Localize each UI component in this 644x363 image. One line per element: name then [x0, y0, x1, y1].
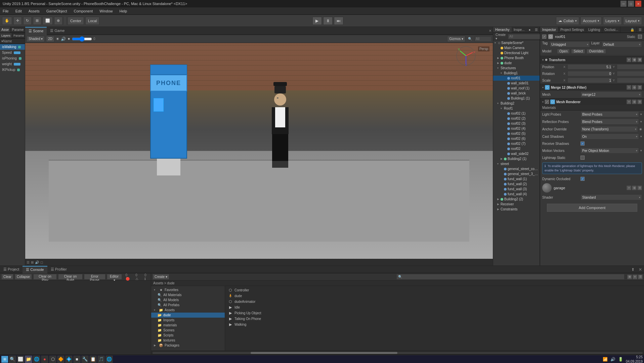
tool-hand[interactable]: ✋ — [2, 17, 12, 25]
mesh-dropdown[interactable]: merge12 — [581, 91, 642, 97]
left-tab-asse[interactable]: Asse — [0, 27, 10, 33]
occlusion-tab[interactable]: Occlusi... — [602, 27, 620, 33]
all-materials-item[interactable]: 🔍 All Materials — [151, 292, 225, 297]
mat-icon-2[interactable]: ⚙ — [632, 186, 637, 190]
file-talkingphone[interactable]: ▶ Talking On Phone — [226, 316, 643, 322]
volume-icon[interactable]: 🔊 — [610, 357, 615, 362]
select-button[interactable]: Select — [571, 49, 585, 54]
object-active-checkbox[interactable]: ✓ — [542, 35, 546, 39]
collab-dropdown[interactable]: ☁ Collab — [556, 17, 579, 25]
mat-icon-3[interactable]: ☰ — [637, 186, 642, 190]
tool-rect[interactable]: ⬜ — [43, 17, 53, 25]
search-taskbar-icon[interactable]: 🔍 — [9, 356, 16, 363]
profiler-btab[interactable]: ☰ Profiler — [47, 266, 70, 273]
lightmap-static-checkbox[interactable] — [581, 156, 585, 160]
add-component-button[interactable]: Add Component — [547, 204, 637, 212]
mesh-renderer-checkbox[interactable]: ✓ — [545, 100, 549, 104]
app-icon-1[interactable]: 🔧 — [81, 356, 89, 363]
gizmos-dropdown[interactable]: Gizmos ▾ — [447, 36, 465, 42]
layer-dropdown[interactable]: Default — [602, 41, 642, 47]
scene-scale-slider[interactable] — [72, 37, 92, 41]
h-item-building2-2[interactable]: ▶ Building2 (2) — [493, 197, 540, 202]
app-icon-3[interactable]: 🎵 — [97, 356, 105, 363]
create-btn[interactable]: Create ▾ — [495, 33, 507, 41]
file-dude[interactable]: 🧍 dude — [226, 293, 643, 299]
hierarchy-lock[interactable]: ● — [527, 27, 533, 33]
account-dropdown[interactable]: Account — [581, 17, 602, 25]
param-ikpickup[interactable]: IKPickup — [0, 67, 25, 73]
center-button[interactable]: Center — [68, 17, 84, 25]
inspector-lock[interactable]: 🔒 — [628, 27, 637, 33]
materials-folder[interactable]: 📁 materials — [151, 323, 225, 328]
transform-icon-2[interactable]: ⚙ — [632, 57, 637, 62]
scene-tab[interactable]: ☰ Scene — [25, 27, 47, 35]
all-models-item[interactable]: 🔍 All Models — [151, 297, 225, 302]
menu-window[interactable]: Window — [98, 8, 114, 14]
h-item-building2-1[interactable]: ▶ Building2 (1) — [493, 156, 540, 161]
app-icon-2[interactable]: 📋 — [89, 356, 97, 363]
clear-play-btn[interactable]: Clear on Play — [33, 274, 57, 280]
packages-header[interactable]: ▶ 📦 Packages — [151, 343, 225, 348]
reflection-probes-dropdown[interactable]: Blend Probes — [581, 119, 639, 125]
mf-icon-2[interactable]: ⚙ — [632, 85, 637, 90]
h-item-building1-1[interactable]: Building1 (1) — [493, 96, 540, 101]
scene-close[interactable]: ✕ — [487, 29, 493, 33]
h-item-fundwall2[interactable]: fund_wall (2) — [493, 182, 540, 187]
open-button[interactable]: Open — [557, 49, 570, 54]
h-item-roof01[interactable]: roof01 — [493, 76, 540, 81]
mf-icon-1[interactable]: ? — [627, 85, 631, 90]
motion-vectors-dropdown[interactable]: Per Object Motion — [581, 148, 639, 154]
all-prefabs-item[interactable]: 🔍 All Prefabs — [151, 302, 225, 308]
mat-icon-1[interactable]: ? — [627, 186, 631, 190]
h-item-roof02-3[interactable]: roof02 (3) — [493, 121, 540, 126]
tag-dropdown[interactable]: Untagged — [550, 41, 590, 47]
file-idle[interactable]: ▶ Idle — [226, 305, 643, 310]
anchor-override-dropdown[interactable]: None (Transform) — [581, 126, 638, 132]
start-button[interactable]: ⊞ — [1, 356, 8, 363]
light-probes-dropdown[interactable]: Blend Probes — [581, 111, 639, 117]
param-weight[interactable]: weight — [0, 61, 25, 67]
bottom-expand[interactable]: ⬆ — [629, 267, 637, 272]
h-item-fundwall1[interactable]: fund_wall (1) — [493, 176, 540, 182]
dynamic-occluded-checkbox[interactable]: ✓ — [581, 177, 585, 181]
h-item-roof02-7[interactable]: roof02 (7) — [493, 141, 540, 146]
local-button[interactable]: Local — [85, 17, 99, 25]
clear-btn[interactable]: Clear — [1, 274, 13, 280]
h-item-phonebooth[interactable]: ▶ Phone Booth — [493, 55, 540, 61]
inspector-tab[interactable]: Inspector — [540, 27, 558, 33]
h-item-structures[interactable]: ▾ Structures — [493, 66, 540, 71]
task-view-icon[interactable]: ⬜ — [17, 356, 24, 363]
hierarchy-tab[interactable]: Hierarchy — [493, 27, 512, 33]
light-icon[interactable]: ☀ — [56, 37, 59, 41]
tool-move[interactable]: ✛ — [13, 17, 22, 25]
file-controller[interactable]: ⬡ Controller — [226, 287, 643, 293]
vs-icon[interactable]: 💠 — [65, 356, 73, 363]
scrollbar-thumb[interactable] — [251, 352, 398, 354]
console-btab[interactable]: ☰ Console — [23, 266, 47, 273]
transform-section-header[interactable]: ▾ ⊕ Transform ? ⚙ ☰ — [540, 56, 644, 64]
scrollbar-track[interactable] — [153, 352, 643, 354]
h-item-fundwall4[interactable]: fund_wall (4) — [493, 192, 540, 197]
editor-btn[interactable]: Editor ▾ — [107, 274, 122, 280]
inspe-tab[interactable]: Inspe... — [512, 27, 527, 33]
h-item-roof02-4[interactable]: roof02 (4) — [493, 126, 540, 131]
scale-x[interactable] — [567, 78, 612, 83]
hierarchy-menu[interactable]: ☰ — [533, 27, 540, 33]
static-checkbox[interactable] — [638, 35, 642, 39]
h-item-building2[interactable]: ▾ Building2 — [493, 101, 540, 106]
fx-icon[interactable]: ✦ — [67, 37, 71, 41]
chrome-icon[interactable]: ● — [41, 356, 48, 363]
project-settings-tab[interactable]: Project Settings — [558, 27, 586, 33]
proj-icon-2[interactable]: ≡ — [633, 275, 637, 279]
app-icon-4[interactable]: 🌐 — [105, 356, 113, 363]
scene-view[interactable]: PHONE — [25, 43, 493, 259]
scenes-folder[interactable]: 📁 Scenes — [151, 328, 225, 333]
h-item-roof02-6[interactable]: roof02 (6) — [493, 136, 540, 141]
h-item-dirlight[interactable]: Directional Light — [493, 50, 540, 55]
browser-icon-1[interactable]: 🌐 — [33, 356, 40, 363]
file-dudeanimator[interactable]: ⬡ dudeAnimator — [226, 299, 643, 305]
h-item-roof02-5[interactable]: roof02 (5) — [493, 131, 540, 136]
tool-transform[interactable]: ⊕ — [54, 17, 62, 25]
inspector-menu[interactable]: ☰ — [637, 27, 644, 33]
h-item-gsv[interactable]: general_street_3_v... — [493, 171, 540, 176]
